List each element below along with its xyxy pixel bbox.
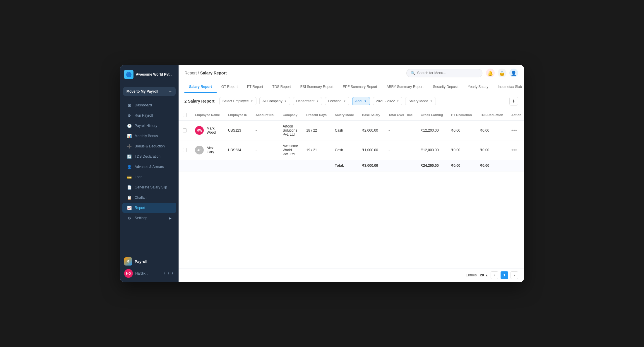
nav-icon-dashboard: ⊞	[127, 103, 132, 108]
nav-label-monthly-bonus: Monthly Bonus	[135, 134, 158, 138]
sidebar-footer: ₹ Payroll HG Hardik... ⋮⋮⋮	[120, 253, 179, 282]
move-to-payroll-button[interactable]: Move to My Payroll →	[123, 87, 176, 96]
department-dropdown[interactable]: Department ▼	[293, 97, 322, 105]
breadcrumb-parent: Report	[184, 71, 197, 75]
col-company: Company	[279, 109, 302, 121]
select-employee-label: Select Employee	[222, 99, 249, 103]
next-page-button[interactable]: ›	[511, 271, 518, 279]
row-action-menu[interactable]: •••	[511, 147, 517, 152]
totals-tds-deduction: ₹0.00	[476, 160, 507, 171]
month-label: April	[355, 99, 362, 103]
sidebar-item-loan[interactable]: 💳 Loan	[122, 172, 176, 182]
nav-label-dashboard: Dashboard	[135, 103, 152, 107]
all-company-label: All Company	[263, 99, 282, 103]
chevron-down-icon: ▼	[251, 100, 253, 103]
sidebar-nav: ⊞ Dashboard ⚙ Run Payroll 🕐 Payroll Hist…	[120, 99, 179, 253]
payroll-brand-label: Payroll	[135, 259, 147, 264]
sidebar-item-bonus-deduction[interactable]: ➕ Bonus & Deduction	[122, 141, 176, 151]
table-header: Employee Name Employee ID Account No. Co…	[179, 109, 524, 121]
download-button[interactable]: ⬇	[509, 97, 518, 106]
user-profile-icon[interactable]: 👤	[509, 69, 518, 77]
topbar-right: 🔍 🔔 🔒 👤	[406, 69, 518, 77]
sidebar-item-report[interactable]: 📈 Report	[122, 203, 176, 213]
row-checkbox-0[interactable]	[183, 128, 187, 132]
col-account-no: Account No.	[251, 109, 279, 121]
chevron-down-icon: ▼	[364, 100, 367, 103]
col-action: Action	[507, 109, 524, 121]
account-no-cell: -	[251, 140, 279, 160]
nav-icon-advance-arrears: 👤	[127, 164, 132, 169]
totals-pt-deduction: ₹0.00	[447, 160, 476, 171]
breadcrumb: Report / Salary Report	[184, 71, 227, 75]
col-employee-name: Employee Name	[191, 109, 224, 121]
chevron-down-icon: ▼	[430, 100, 433, 103]
sidebar-item-monthly-bonus[interactable]: 📊 Monthly Bonus	[122, 131, 176, 141]
content-area: Salary ReportOT ReportPT ReportTDS Repor…	[179, 81, 524, 282]
notification-icon[interactable]: 🔔	[486, 69, 495, 77]
sidebar-logo: 🔵	[124, 70, 133, 79]
search-input[interactable]	[417, 71, 478, 75]
breadcrumb-current: Salary Report	[200, 71, 227, 75]
nav-label-bonus-deduction: Bonus & Deduction	[135, 144, 165, 148]
chevron-down-icon: ▼	[397, 100, 399, 103]
employee-name: Mark Wood	[207, 126, 220, 135]
pt-deduction-cell: ₹0.00	[447, 121, 476, 140]
location-dropdown[interactable]: Location ▼	[325, 97, 349, 105]
tab-esi-summary[interactable]: ESI Summary Report	[296, 81, 338, 93]
select-all-checkbox[interactable]	[183, 113, 187, 117]
year-range-dropdown[interactable]: 2021 - 2022 ▼	[373, 97, 402, 105]
tab-salary-report[interactable]: Salary Report	[184, 81, 217, 93]
employee-cell: MW Mark Wood	[195, 126, 220, 135]
employee-avatar: AC	[195, 146, 204, 154]
tab-abry-summary[interactable]: ABRY Summary Report	[382, 81, 428, 93]
sidebar-item-payroll-history[interactable]: 🕐 Payroll History	[122, 121, 176, 131]
month-dropdown[interactable]: April ▼	[352, 97, 370, 105]
sidebar-item-challan[interactable]: 📋 Challan	[122, 193, 176, 203]
table-footer: Entries 20 ▲ ‹ 1 ›	[179, 268, 524, 282]
sidebar-item-tds-declaration[interactable]: 🔄 TDS Declaration	[122, 152, 176, 161]
lock-icon[interactable]: 🔒	[498, 69, 506, 77]
entries-arrow-up[interactable]: ▲	[485, 273, 488, 277]
search-icon: 🔍	[411, 71, 415, 75]
tab-incometax-slab[interactable]: Incometax Slab	[493, 81, 524, 93]
current-page-number[interactable]: 1	[501, 271, 508, 279]
topbar-icons: 🔔 🔒 👤	[486, 69, 518, 77]
breadcrumb-separator: /	[198, 71, 200, 75]
totals-label: Total:	[331, 160, 358, 171]
tab-security-deposit[interactable]: Security Deposit	[428, 81, 463, 93]
gross-earning-cell: ₹12,200.00	[417, 121, 447, 140]
row-checkbox-1[interactable]	[183, 148, 187, 152]
entries-count: 20	[480, 273, 484, 277]
tds-deduction-cell: ₹0.00	[476, 121, 507, 140]
row-action-menu[interactable]: •••	[511, 128, 517, 133]
prev-page-button[interactable]: ‹	[491, 271, 498, 279]
col-tds-deduction: TDS Deduction	[476, 109, 507, 121]
sidebar-item-advance-arrears[interactable]: 👤 Advance & Arrears	[122, 162, 176, 172]
grid-icon[interactable]: ⋮⋮⋮	[162, 271, 174, 276]
col-pt-deduction: PT Deduction	[447, 109, 476, 121]
tab-ot-report[interactable]: OT Report	[217, 81, 242, 93]
tab-yearly-salary[interactable]: Yearly Salary	[463, 81, 493, 93]
nav-icon-loan: 💳	[127, 175, 132, 179]
sidebar-item-dashboard[interactable]: ⊞ Dashboard	[122, 100, 176, 110]
employee-cell: AC Alex Cary	[195, 146, 220, 154]
salary-mode-dropdown[interactable]: Salary Mode ▼	[405, 97, 436, 105]
total-overtime-cell: -	[384, 140, 417, 160]
sidebar-item-run-payroll[interactable]: ⚙ Run Payroll	[122, 110, 176, 120]
move-to-payroll-label: Move to My Payroll	[126, 89, 158, 93]
nav-icon-challan: 📋	[127, 195, 132, 200]
table-row: AC Alex Cary UBS234 - Awesome World Pvt.…	[179, 140, 524, 160]
sidebar-item-generate-salary[interactable]: 📄 Generate Salary Slip	[122, 182, 176, 192]
all-company-dropdown[interactable]: All Company ▼	[259, 97, 290, 105]
select-employee-dropdown[interactable]: Select Employee ▼	[219, 97, 256, 105]
chevron-down-icon: ▼	[316, 100, 319, 103]
salary-mode-label: Salary Mode	[408, 99, 428, 103]
company-cell: Artoon Solutions Pvt. Ltd	[279, 121, 302, 140]
tab-tds-report[interactable]: TDS Report	[268, 81, 295, 93]
sidebar-item-settings[interactable]: ⚙ Settings ▶	[122, 213, 176, 223]
tab-epf-summary[interactable]: EPF Summary Report	[338, 81, 382, 93]
main-content: Report / Salary Report 🔍 🔔 🔒 👤 Sal	[179, 65, 524, 282]
sidebar-company-name: Awesome World Pvt...	[136, 72, 172, 76]
tab-pt-report[interactable]: PT Report	[242, 81, 268, 93]
col-employee-id: Employee ID	[224, 109, 251, 121]
